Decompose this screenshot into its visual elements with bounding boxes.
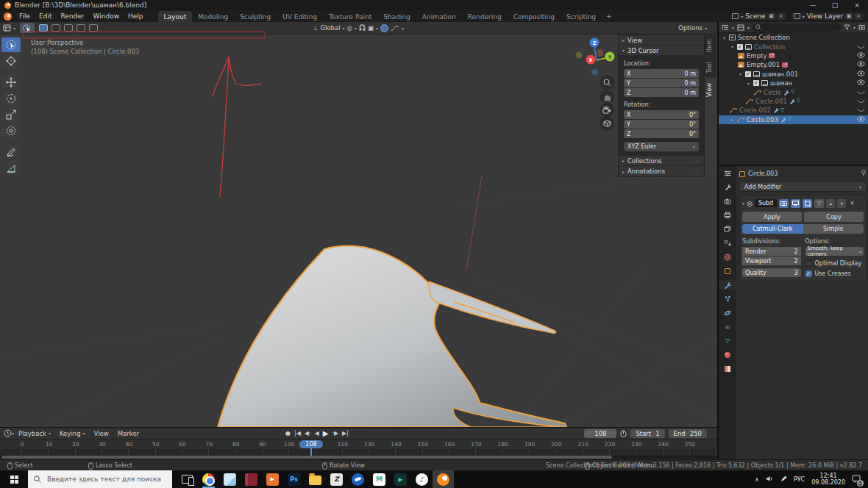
chevron-down-icon[interactable]: ▾ [355, 26, 357, 31]
taskbar-app-paint3d[interactable] [219, 470, 241, 488]
select-box-tool[interactable] [1, 37, 21, 52]
tab-scene[interactable] [719, 238, 736, 248]
record-button[interactable]: ● [285, 430, 291, 437]
prev-keyframe-button[interactable]: ◀· [305, 430, 311, 437]
navigation-gizmo[interactable]: Z Y X [576, 38, 615, 76]
snap-magnet-icon[interactable] [359, 24, 366, 32]
chevron-down-icon[interactable]: ▾ [732, 25, 734, 30]
menu-item[interactable]: Window [89, 11, 124, 21]
timeline-menu-item[interactable]: Playback ▾ [14, 430, 55, 437]
outliner-item-label[interactable]: Circle.003 [747, 116, 778, 123]
menu-item[interactable]: File [15, 11, 35, 21]
outliner-row[interactable]: Circle ▽ [719, 87, 868, 96]
use-creases-checkbox[interactable]: ✓ [805, 270, 812, 277]
collection-checkbox[interactable]: ✓ [745, 71, 751, 77]
select-mode-tweak[interactable] [39, 24, 48, 32]
location-field[interactable]: Z 0 m [624, 88, 699, 97]
chevron-down-icon[interactable]: ▾ [705, 26, 707, 31]
closed-eye-icon[interactable] [857, 107, 865, 114]
taskbar-app-explorer[interactable] [305, 470, 326, 488]
display-mode-icon[interactable] [737, 24, 744, 31]
workspace-tab[interactable]: Rendering [462, 11, 508, 22]
options-menu[interactable]: Options [678, 24, 702, 32]
outliner-row[interactable]: Empty.001 [719, 60, 868, 69]
volume-icon[interactable] [766, 476, 774, 484]
simple-button[interactable]: Simple [803, 224, 864, 234]
taskbar-app-vegas[interactable]: ▶ [390, 470, 411, 488]
timeline-editor[interactable]: ▾ Playback ▾ Keying ▾ View M [0, 427, 717, 459]
tab-render[interactable] [719, 196, 736, 206]
catmull-clark-button[interactable]: Catmull-Clark [742, 224, 803, 234]
preview-range-icon[interactable] [620, 430, 627, 437]
select-mode-lasso[interactable] [77, 24, 85, 32]
cursor-panel-header[interactable]: ▾ 3D Cursor ::: [619, 46, 704, 56]
tray-expand-icon[interactable]: ∧ [755, 476, 759, 483]
play-button[interactable]: ▶ [323, 429, 329, 437]
start-button[interactable] [0, 470, 28, 488]
add-workspace-button[interactable]: + [602, 11, 616, 21]
outliner-item-label[interactable]: Scene Collection [738, 34, 790, 41]
annotate-tool[interactable] [1, 145, 21, 159]
annotations-panel-header[interactable]: ▸ Annotations ::: [619, 166, 704, 176]
eye-icon[interactable] [857, 52, 865, 60]
outliner-item-label[interactable]: Collection [754, 43, 785, 51]
taskbar-app-itunes[interactable]: ♪ [411, 470, 433, 488]
transform-tool[interactable] [1, 123, 21, 138]
chevron-down-icon[interactable]: ▾ [747, 25, 750, 30]
pivot-point-icon[interactable]: ◎ [347, 24, 352, 32]
toggle-editmode-icon[interactable] [803, 199, 812, 208]
outliner-item-label[interactable]: шаман.001 [762, 71, 798, 78]
workspace-tab[interactable]: UV Editing [277, 11, 323, 22]
optimal-display-checkbox[interactable] [805, 260, 812, 267]
expand-icon[interactable]: ▸ [730, 117, 735, 122]
expand-icon[interactable]: ▾ [722, 35, 727, 40]
tab-constraints[interactable]: ∞ [719, 322, 736, 331]
location-field[interactable]: Y 0 m [624, 79, 699, 87]
editor-type-icon[interactable] [4, 429, 12, 437]
outliner-row[interactable]: Circle.001 ▽ [719, 97, 868, 106]
rotation-field[interactable]: X 0° [624, 110, 699, 119]
breadcrumb-object-name[interactable]: Circle.003 [748, 171, 778, 177]
workspace-tab[interactable]: Sculpting [234, 11, 277, 22]
editor-type-icon[interactable] [722, 24, 729, 31]
eye-icon[interactable] [857, 61, 865, 68]
expand-icon[interactable]: ▾ [738, 71, 743, 76]
closed-eye-icon[interactable] [857, 89, 865, 96]
viewport-subdiv-field[interactable]: Viewport 2 [742, 256, 801, 265]
scene-name[interactable]: Scene [745, 12, 765, 20]
search-input[interactable] [46, 475, 163, 484]
mesh-object[interactable] [218, 245, 566, 427]
chevron-down-icon[interactable]: ▾ [853, 25, 855, 30]
outliner-row[interactable]: Empty [719, 51, 868, 60]
windows-ink-icon[interactable] [780, 476, 787, 484]
taskbar-app-media-player[interactable]: ▶ [262, 470, 283, 488]
workspace-tab[interactable]: Animation [416, 11, 462, 22]
menu-item[interactable]: Edit [35, 11, 56, 21]
active-tool-button[interactable] [20, 23, 35, 33]
new-collection-icon[interactable] [858, 24, 865, 30]
eye-icon[interactable] [857, 71, 865, 78]
outliner-item-label[interactable]: Circle.001 [755, 98, 787, 105]
transform-orientation[interactable]: Global [320, 24, 340, 32]
move-modifier-down-button[interactable]: ▾ [837, 199, 846, 208]
collection-checkbox[interactable]: ✓ [737, 44, 743, 50]
timeline-menu-item[interactable]: Marker [113, 430, 143, 437]
minimize-button[interactable]: — [802, 0, 824, 10]
taskbar-app-book[interactable] [241, 470, 262, 488]
tab-view-layer[interactable] [719, 224, 736, 234]
taskbar-app-chrome[interactable] [198, 470, 219, 488]
tab-output[interactable] [719, 210, 736, 220]
collections-panel-header[interactable]: ▸ Collections ::: [619, 156, 704, 166]
chevron-down-icon[interactable]: ▾ [343, 26, 345, 31]
jump-to-end-button[interactable]: ▶| [342, 430, 349, 437]
n-panel-tab[interactable]: View [705, 79, 716, 101]
n-panel-tab[interactable]: Item [705, 35, 716, 57]
tab-object[interactable] [719, 266, 736, 276]
outliner-row[interactable]: ▾ ✓ шаман [719, 79, 868, 87]
remove-view-layer-button[interactable]: × [855, 12, 862, 20]
taskbar-app-paint[interactable] [347, 470, 369, 488]
toggle-perspective-button[interactable] [600, 116, 614, 131]
apply-button[interactable]: Apply [742, 212, 802, 222]
scene-selector[interactable]: ▾ Scene ▣ × [729, 12, 787, 21]
expand-icon[interactable]: ▾ [730, 44, 735, 49]
